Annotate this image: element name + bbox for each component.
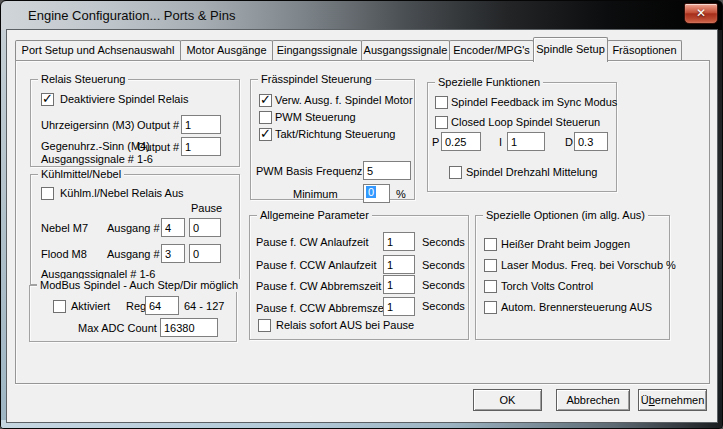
group-title: Kühlmittel/Nebel [38,168,124,181]
tab-motor-ausgaenge[interactable]: Motor Ausgänge [180,40,273,60]
flood-pause-input[interactable] [189,244,221,263]
m4-label: Gegenuhrz.-Sinn (M4) [41,140,150,153]
spindle-speed-averaging-checkbox[interactable] [449,166,462,179]
flood-output-input[interactable] [161,244,185,263]
disable-spindle-relay-checkbox[interactable] [41,93,54,106]
close-button[interactable]: ✕ [684,3,718,24]
m3-output-label: Output # [137,119,179,132]
tab-ausgangssignale[interactable]: Ausgangssignale [361,40,450,60]
step-dir-control-checkbox[interactable] [259,128,272,141]
torch-volts-control-label: Torch Volts Control [501,280,593,293]
close-icon: ✕ [696,6,706,20]
d-label: D [565,136,573,149]
group-title: Allgemeine Parameter [257,209,372,222]
ccw-delay-spindown-label: Pause f. CCW Abbremszeit [256,302,389,315]
mist-m7-label: Nebel M7 [41,222,88,235]
i-label: I [499,136,502,149]
apply-button[interactable]: Übernehmen [638,389,707,411]
minimum-unit-label: % [396,188,406,201]
use-spindle-motor-output-checkbox[interactable] [259,94,272,107]
ccw-delay-spindown-input[interactable] [383,297,415,316]
modbus-enabled-label: Aktiviert [71,300,110,313]
group-modbus-spindel: ModBus Spindel - Auch Step/Dir möglich A… [29,285,237,342]
spindle-feedback-sync-label: Spindel Feedback im Sync Modus [451,96,617,109]
flood-m8-label: Flood M8 [41,248,87,261]
title-bar[interactable]: Engine Configuration... Ports & Pins ✕ [1,1,722,30]
hotwire-jog-checkbox[interactable] [484,238,497,251]
seconds-label: Seconds [422,300,465,313]
tab-encoder-mpg[interactable]: Encoder/MPG's [449,40,534,60]
group-title: Relais Steuerung [38,73,128,86]
minimum-label: Minimum [293,188,338,201]
coolant-relay-off-label: Kühlm.l/Nebel Relais Aus [60,187,184,200]
mist-output-input[interactable] [161,218,185,237]
hotwire-jog-label: Heißer Draht beim Joggen [501,238,630,251]
minimum-pwm-input[interactable]: 0 [363,184,390,203]
apply-label-suffix: ernehmen [655,394,705,406]
seconds-label: Seconds [422,279,465,292]
group-title: Spezielle Funktionen [435,76,543,89]
cw-delay-spindown-label: Pause f. CW Abbremszeit [256,280,381,293]
laser-mode-label: Laser Modus. Freq. bei Vorschub % [501,259,676,272]
m3-label: Uhrzeigersinn (M3) [41,119,135,132]
tab-eingangssignale[interactable]: Eingangssignale [272,40,362,60]
flood-output-label: Ausgang # [107,248,160,261]
cw-delay-spindown-input[interactable] [383,275,415,294]
p-gain-input[interactable] [441,132,481,151]
pwm-control-label: PWM Steuerung [275,111,356,124]
window-title: Engine Configuration... Ports & Pins [28,8,235,23]
tab-spindle-setup[interactable]: Spindle Setup [533,37,608,62]
mist-output-label: Ausgang # [107,222,160,235]
tab-port-setup[interactable]: Port Setup und Achsenauswahl [15,40,181,60]
apply-label-prefix: Ü [641,394,649,406]
max-adc-count-input[interactable] [160,318,218,337]
max-adc-count-label: Max ADC Count [78,322,157,335]
group-title: Frässpindel Steuerung [258,73,375,86]
group-allgemeine-parameter: Allgemeine Parameter Pause f. CW Anlaufz… [249,215,469,340]
seconds-label: Seconds [422,259,465,272]
reg-label: Reg [126,300,146,313]
pwm-base-freq-input[interactable] [363,161,411,180]
ok-button[interactable]: OK [473,389,542,411]
tab-page-spindle-setup: Relais Steuerung Deaktiviere Spindel Rel… [15,60,710,384]
reg-range-label: 64 - 127 [184,300,224,313]
coolant-relay-off-checkbox[interactable] [41,187,54,200]
step-dir-control-label: Takt/Richtung Steuerung [275,128,395,141]
p-label: P [432,136,439,149]
relay-off-on-pause-label: Relais sofort AUS bei Pause [276,319,414,332]
torch-auto-off-checkbox[interactable] [484,301,497,314]
spindle-speed-averaging-label: Spindel Drehzahl Mittelung [466,166,597,179]
dialog-window: Engine Configuration... Ports & Pins ✕ P… [0,0,723,429]
group-kuehlmittel-nebel: Kühlmittel/Nebel Kühlm.l/Nebel Relais Au… [30,174,240,285]
torch-volts-control-checkbox[interactable] [484,280,497,293]
pwm-base-freq-label: PWM Basis Frequenz [256,165,362,178]
tab-fraesoptionen[interactable]: Fräsoptionen [607,40,682,60]
relais-footer-label: Ausgangssignale # 1-6 [41,153,153,166]
d-gain-input[interactable] [574,132,608,151]
closed-loop-checkbox[interactable] [435,116,448,129]
m3-output-input[interactable] [181,115,221,134]
cancel-button[interactable]: Abbrechen [556,389,630,411]
cw-delay-spinup-label: Pause f. CW Anlaufzeit [256,236,369,249]
ccw-delay-spinup-input[interactable] [383,255,415,274]
i-gain-input[interactable] [507,132,545,151]
relay-off-on-pause-checkbox[interactable] [258,319,271,332]
ccw-delay-spinup-label: Pause f. CCW Anlaufzeit [256,259,376,272]
torch-auto-off-label: Autom. Brennersteuerung AUS [501,301,652,314]
group-title: ModBus Spindel - Auch Step/Dir möglich [37,279,241,292]
modbus-enabled-checkbox[interactable] [53,300,66,313]
dialog-client-area: Port Setup und Achsenauswahl Motor Ausgä… [7,30,717,422]
reg-input[interactable] [145,296,179,315]
spindle-feedback-sync-checkbox[interactable] [435,96,448,109]
seconds-label: Seconds [422,236,465,249]
pause-header-label: Pause [191,202,222,215]
laser-mode-checkbox[interactable] [484,259,497,272]
m4-output-input[interactable] [181,137,221,156]
pwm-control-checkbox[interactable] [259,111,272,124]
selected-text: 0 [366,186,376,198]
use-spindle-motor-output-label: Verw. Ausg. f. Spindel Motor [275,94,413,107]
tab-strip: Port Setup und Achsenauswahl Motor Ausgä… [15,37,682,61]
mist-pause-input[interactable] [189,218,221,237]
group-spezielle-funktionen: Spezielle Funktionen Spindel Feedback im… [427,82,617,192]
cw-delay-spinup-input[interactable] [383,232,415,251]
